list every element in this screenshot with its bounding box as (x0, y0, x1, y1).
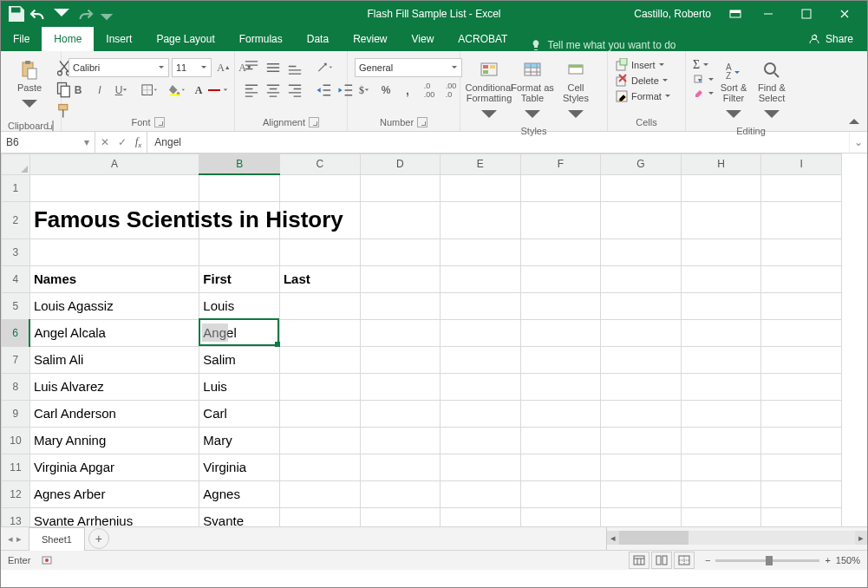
cell[interactable] (29, 238, 199, 265)
cell[interactable] (360, 480, 441, 507)
cell[interactable] (360, 319, 441, 346)
cell[interactable] (520, 507, 601, 526)
cell[interactable] (601, 400, 682, 427)
tab-home[interactable]: Home (42, 27, 94, 51)
column-header-D[interactable]: D (360, 154, 441, 175)
cell[interactable] (601, 507, 682, 526)
insert-cells-button[interactable]: Insert (615, 58, 665, 72)
align-center-icon[interactable] (264, 81, 283, 100)
decrease-indent-icon[interactable] (315, 81, 334, 100)
cell[interactable] (520, 454, 601, 480)
cell[interactable] (520, 292, 601, 319)
select-all-corner[interactable] (2, 154, 30, 175)
column-header-C[interactable]: C (279, 154, 360, 175)
find-select-button[interactable]: Find & Select (753, 55, 791, 126)
cell[interactable]: Names (29, 265, 199, 292)
cell[interactable] (601, 427, 682, 454)
dialog-launcher-icon[interactable] (154, 117, 165, 127)
sort-filter-button[interactable]: AZ Sort & Filter (715, 55, 753, 126)
cell[interactable]: Salim (199, 346, 280, 373)
cell[interactable] (681, 265, 761, 292)
save-icon[interactable] (6, 3, 27, 24)
format-as-table-button[interactable]: Format as Table (511, 55, 554, 126)
cell[interactable] (360, 346, 441, 373)
cell[interactable] (520, 201, 601, 238)
cell[interactable] (520, 400, 601, 427)
cell[interactable] (761, 265, 842, 292)
cell[interactable] (441, 507, 521, 526)
cell[interactable]: Carl (199, 400, 280, 427)
cell[interactable]: Last (279, 265, 360, 292)
tab-acrobat[interactable]: ACROBAT (446, 27, 519, 51)
row-header-1[interactable]: 1 (2, 174, 30, 201)
macro-record-icon[interactable] (41, 554, 53, 566)
cell[interactable] (601, 319, 682, 346)
cell[interactable] (601, 174, 682, 201)
row-header-11[interactable]: 11 (2, 454, 30, 480)
cell[interactable]: Famous Scientists in History (29, 201, 199, 238)
cell[interactable] (441, 238, 521, 265)
worksheet-grid[interactable]: A B C D E F G H I 12Famous Scientists in… (1, 154, 867, 526)
column-header-A[interactable]: A (29, 154, 199, 175)
tell-me-search[interactable]: Tell me what you want to do (530, 39, 808, 51)
clear-button[interactable] (693, 88, 715, 100)
column-header-F[interactable]: F (520, 154, 601, 175)
cell[interactable] (601, 238, 682, 265)
cell[interactable] (761, 292, 842, 319)
cell[interactable]: Salim Ali (29, 346, 199, 373)
name-box[interactable]: B6 ▾ (1, 132, 95, 153)
ribbon-display-options-icon[interactable] (723, 1, 747, 27)
column-header-B[interactable]: B (199, 154, 280, 175)
cell[interactable] (360, 238, 441, 265)
cell[interactable]: Svante (199, 507, 280, 526)
cell[interactable] (681, 238, 761, 265)
column-header-I[interactable]: I (761, 154, 842, 175)
cell[interactable] (441, 373, 521, 400)
cell[interactable] (681, 454, 761, 480)
cell[interactable]: First (199, 265, 280, 292)
tab-page-layout[interactable]: Page Layout (144, 27, 226, 51)
row-header-12[interactable]: 12 (2, 480, 30, 507)
cell[interactable] (441, 346, 521, 373)
align-bottom-icon[interactable] (285, 58, 304, 77)
chevron-down-icon[interactable]: ▾ (84, 136, 89, 148)
accounting-format-icon[interactable]: $ (355, 81, 374, 100)
tab-insert[interactable]: Insert (94, 27, 144, 51)
cell[interactable] (520, 346, 601, 373)
cell[interactable] (360, 373, 441, 400)
scroll-right-icon[interactable]: ▸ (855, 531, 867, 545)
cell-styles-button[interactable]: Cell Styles (554, 55, 597, 126)
cell[interactable] (601, 454, 682, 480)
dialog-launcher-icon[interactable] (309, 117, 319, 127)
cell[interactable] (360, 507, 441, 526)
cell[interactable]: Agnes (199, 480, 280, 507)
cell[interactable] (279, 480, 360, 507)
account-name[interactable]: Castillo, Roberto (634, 8, 711, 20)
column-header-G[interactable]: G (601, 154, 682, 175)
decrease-decimal-icon[interactable]: .00.0 (441, 81, 460, 100)
row-header-5[interactable]: 5 (2, 292, 30, 319)
cell[interactable] (681, 373, 761, 400)
view-page-break-icon[interactable] (674, 552, 695, 569)
row-header-9[interactable]: 9 (2, 400, 30, 427)
row-header-2[interactable]: 2 (2, 201, 30, 238)
cell[interactable] (199, 174, 280, 201)
font-name-combo[interactable]: Calibri (69, 58, 169, 77)
number-format-combo[interactable]: General (355, 58, 462, 77)
cell[interactable] (520, 373, 601, 400)
collapse-ribbon-icon[interactable] (846, 114, 862, 129)
italic-button[interactable]: I (90, 81, 109, 100)
expand-formula-bar-icon[interactable]: ⌄ (849, 132, 867, 153)
cell[interactable] (520, 174, 601, 201)
row-header-6[interactable]: 6 (2, 319, 30, 346)
cell[interactable] (360, 174, 441, 201)
cell[interactable] (441, 400, 521, 427)
cell[interactable] (441, 292, 521, 319)
cell[interactable] (681, 292, 761, 319)
qat-customize-icon[interactable] (96, 3, 117, 24)
cell[interactable] (761, 201, 842, 238)
cell[interactable]: Angel Alcala (29, 319, 199, 346)
cell[interactable] (681, 507, 761, 526)
cell[interactable]: Svante Arrhenius (29, 507, 199, 526)
cell[interactable] (360, 427, 441, 454)
